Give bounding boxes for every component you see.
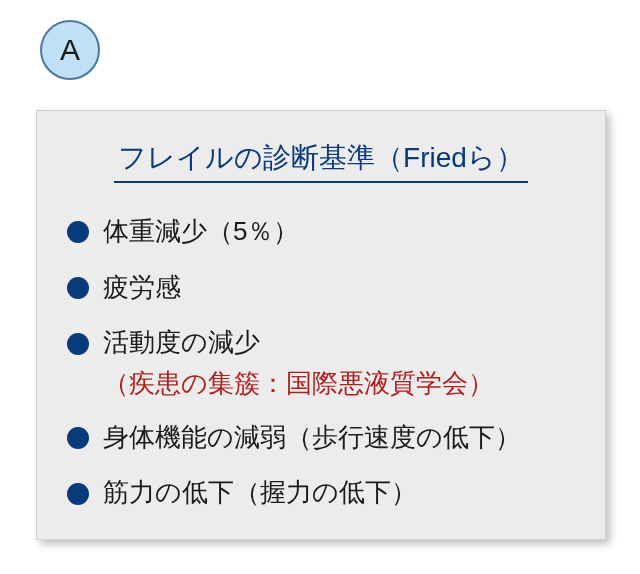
card-title-text: フレイルの診断基準（Friedら） [114,139,528,183]
list-item-text: 体重減少（5％） [103,216,299,246]
list-item-text: 身体機能の減弱（歩行速度の低下） [103,422,521,452]
list-item: 活動度の減少 （疾患の集簇：国際悪液質学会） [67,322,575,403]
page: A フレイルの診断基準（Friedら） 体重減少（5％） 疲労感 活動度の減少 … [0,0,640,574]
list-item: 体重減少（5％） [67,211,575,253]
section-badge-label: A [60,33,80,67]
section-badge: A [40,20,100,80]
list-item: 疲労感 [67,267,575,309]
list-item-subtext: （疾患の集簇：国際悪液質学会） [103,364,575,403]
list-item-text: 活動度の減少 [103,327,260,357]
criteria-list: 体重減少（5％） 疲労感 活動度の減少 （疾患の集簇：国際悪液質学会） 身体機能… [67,211,575,514]
list-item-text: 筋力の低下（握力の低下） [103,477,417,507]
list-item-text: 疲労感 [103,272,181,302]
criteria-card: フレイルの診断基準（Friedら） 体重減少（5％） 疲労感 活動度の減少 （疾… [36,110,606,540]
list-item: 身体機能の減弱（歩行速度の低下） [67,417,575,459]
list-item: 筋力の低下（握力の低下） [67,472,575,514]
card-title: フレイルの診断基準（Friedら） [67,139,575,189]
